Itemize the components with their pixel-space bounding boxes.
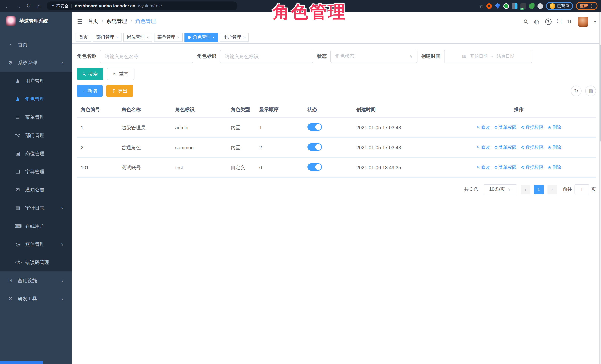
search-icon[interactable]: ⚲ (522, 17, 530, 25)
tab-roles-active[interactable]: 角色管理 × (185, 33, 218, 42)
edit-link[interactable]: ✎修改 (476, 164, 490, 171)
role-name-label: 角色名称 (77, 53, 96, 60)
hamburger-icon[interactable]: ☰ (77, 18, 83, 25)
page-scrollbar[interactable] (599, 12, 601, 364)
status-select[interactable]: 角色状态 ∨ (331, 50, 418, 63)
sidebar-item-infrastructure[interactable]: ⊡ 基础设施 ∨ (0, 271, 72, 290)
update-button[interactable]: 更新 ⋮ (576, 2, 598, 10)
extension-icon-switch[interactable]: on (521, 3, 526, 9)
edit-link[interactable]: ✎修改 (476, 144, 490, 151)
sidebar-item-departments[interactable]: ⌥ 部门管理 (0, 126, 72, 144)
sidebar-item-home[interactable]: ◔ 首页 (0, 36, 72, 54)
sidebar-item-notices[interactable]: ✉ 通知公告 (0, 181, 72, 199)
page-number-active[interactable]: 1 (534, 185, 544, 194)
browser-menu-icon[interactable]: ⋮ (590, 3, 594, 8)
browser-back-icon[interactable]: ← (4, 3, 12, 9)
role-name-input[interactable] (100, 50, 193, 63)
bookmark-star-icon[interactable]: ☆ (479, 3, 483, 9)
security-warning[interactable]: ⚠ 不安全 (51, 3, 69, 9)
search-button[interactable]: ⚲ 搜索 (77, 68, 103, 80)
goto-page-input[interactable] (574, 184, 589, 194)
extension-icon-check[interactable] (503, 3, 509, 9)
edit-link[interactable]: ✎修改 (476, 124, 490, 131)
browser-home-icon[interactable]: ⌂ (35, 3, 43, 9)
prev-page-button[interactable]: ‹ (521, 185, 530, 194)
columns-tool-button[interactable]: ▥ (585, 86, 596, 96)
menu-permission-link[interactable]: ⊙菜单权限 (494, 144, 517, 151)
reset-button[interactable]: ↻ 重置 (107, 68, 134, 80)
sidebar-item-dev-tools[interactable]: ⚒ 研发工具 ∨ (0, 290, 72, 308)
data-permission-icon: ⊚ (521, 145, 524, 150)
tab-home[interactable]: 首页 (76, 33, 91, 42)
extension-icon-duo[interactable] (512, 3, 518, 9)
sidebar-item-label: 通知公告 (25, 187, 44, 193)
status-toggle-on[interactable] (307, 163, 322, 171)
browser-reload-icon[interactable]: ↻ (24, 3, 33, 9)
refresh-tool-button[interactable]: ↻ (571, 86, 581, 96)
delete-link[interactable]: ⊗删除 (548, 144, 561, 151)
scrollbar-thumb[interactable] (600, 45, 601, 141)
tab-departments[interactable]: 部门管理 × (93, 33, 122, 42)
edit-icon: ✎ (476, 145, 480, 150)
sidebar-item-system[interactable]: ⚙ 系统管理 ∧ (0, 54, 72, 72)
data-permission-link[interactable]: ⊚数据权限 (521, 144, 543, 151)
app-logo-row[interactable]: 芋道管理系统 (0, 12, 72, 30)
tab-close-icon[interactable]: × (177, 35, 180, 39)
address-bar[interactable]: ⚠ 不安全 | dashboard.yudao.iocoder.cn /syst… (47, 1, 237, 10)
export-button[interactable]: ↧ 导出 (106, 85, 133, 97)
sidebar-item-label: 菜单管理 (25, 114, 44, 120)
breadcrumb-system[interactable]: 系统管理 (106, 18, 127, 25)
red-annotation-title: 角色管理 (273, 1, 347, 24)
sidebar-item-online-users[interactable]: ⌨ 在线用户 (0, 217, 72, 235)
data-permission-link[interactable]: ⊚数据权限 (521, 164, 543, 171)
add-button[interactable]: + 新增 (77, 85, 103, 97)
app-shell: 芋道管理系统 ◔ 首页 ⚙ 系统管理 ∧ ♟ 用户管理 (0, 12, 601, 364)
sidebar-item-roles[interactable]: ♟ 角色管理 (0, 90, 72, 108)
tab-close-icon[interactable]: × (116, 35, 118, 39)
status-toggle-on[interactable] (307, 123, 322, 131)
fullscreen-icon[interactable]: ⛶ (557, 18, 561, 25)
cell-role-id: 101 (77, 157, 118, 177)
page-size-select[interactable]: 10条/页 ∨ (483, 184, 517, 194)
delete-link[interactable]: ⊗删除 (548, 164, 561, 171)
profile-paused-pill[interactable]: 已暂停 (546, 2, 573, 10)
status-toggle-on[interactable] (307, 143, 322, 151)
user-avatar[interactable] (578, 17, 588, 27)
sidebar-item-sms[interactable]: ◎ 短信管理 ∨ (0, 235, 72, 253)
extension-icon-paw[interactable] (538, 3, 543, 9)
menu-permission-icon: ⊙ (494, 145, 498, 150)
goto-page: 前往 页 (563, 184, 596, 194)
tab-menus[interactable]: 菜单管理 × (154, 33, 183, 42)
tab-close-icon[interactable]: × (147, 35, 149, 39)
data-permission-link[interactable]: ⊚数据权限 (521, 124, 543, 131)
security-label: 不安全 (56, 3, 69, 9)
tab-close-icon[interactable]: × (243, 35, 245, 39)
sidebar-scroll-indicator[interactable] (0, 361, 43, 364)
tab-posts[interactable]: 岗位管理 × (123, 33, 152, 42)
menu-permission-link[interactable]: ⊙菜单权限 (494, 164, 517, 171)
avatar-caret-icon[interactable]: ▾ (594, 20, 596, 23)
extension-icon-target[interactable] (486, 3, 492, 9)
browser-forward-icon[interactable]: → (14, 3, 22, 9)
help-icon[interactable]: ? (545, 18, 551, 25)
menu-permission-link[interactable]: ⊙菜单权限 (494, 124, 517, 131)
breadcrumb-home[interactable]: 首页 (88, 18, 98, 25)
date-range-picker[interactable]: ▦ 开始日期 - 结束日期 (444, 50, 532, 63)
tab-close-icon[interactable]: × (212, 35, 215, 39)
font-size-icon[interactable]: tT (568, 19, 572, 24)
github-icon[interactable]: ◍ (534, 18, 539, 25)
sidebar-item-audit-log[interactable]: ▤ 审计日志 ∨ (0, 199, 72, 217)
tab-users[interactable]: 用户管理 × (220, 33, 249, 42)
sidebar-item-users[interactable]: ♟ 用户管理 (0, 72, 72, 90)
sidebar-item-dictionary[interactable]: ❏ 字典管理 (0, 163, 72, 181)
sidebar-item-error-codes[interactable]: </> 错误码管理 (0, 253, 72, 271)
sidebar-item-posts[interactable]: ▣ 岗位管理 (0, 144, 72, 163)
next-page-button[interactable]: › (547, 185, 557, 194)
role-key-input[interactable] (220, 50, 313, 63)
extension-icon-gem[interactable] (495, 3, 501, 9)
cell-role-key: admin (171, 118, 227, 138)
delete-link[interactable]: ⊗删除 (548, 124, 561, 131)
total-count: 共 3 条 (464, 186, 478, 193)
sidebar-item-menus[interactable]: ≣ 菜单管理 (0, 108, 72, 126)
extension-icon-leaf[interactable] (529, 3, 534, 9)
